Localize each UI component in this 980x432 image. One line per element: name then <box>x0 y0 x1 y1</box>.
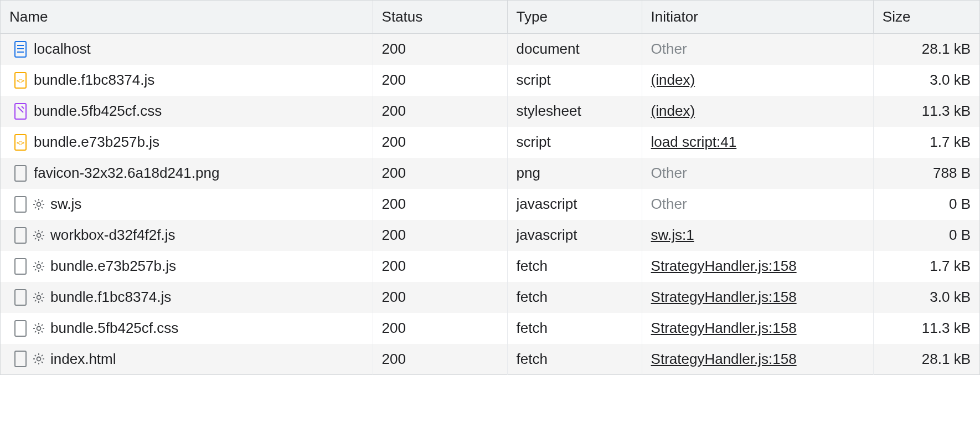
initiator-link[interactable]: StrategyHandler.js:158 <box>651 258 797 274</box>
document-file-icon <box>14 41 27 58</box>
blank-file-icon <box>14 196 27 213</box>
request-name: workbox-d32f4f2f.js <box>50 227 175 244</box>
network-request-table: Name Status Type Initiator Size localhos… <box>0 0 980 375</box>
cell-initiator[interactable]: StrategyHandler.js:158 <box>642 251 873 282</box>
request-name: index.html <box>50 351 116 368</box>
css-file-icon <box>14 103 27 120</box>
gear-icon <box>33 353 45 365</box>
initiator-link[interactable]: (index) <box>651 102 695 119</box>
cell-status: 200 <box>373 127 507 158</box>
cell-name[interactable]: bundle.5fb425cf.css <box>1 96 373 127</box>
table-row[interactable]: bundle.5fb425cf.css200fetchStrategyHandl… <box>1 313 980 344</box>
js-file-icon <box>14 134 27 151</box>
request-name: bundle.f1bc8374.js <box>34 71 154 89</box>
initiator-link[interactable]: StrategyHandler.js:158 <box>651 351 797 367</box>
js-file-icon <box>14 72 27 89</box>
request-name: sw.js <box>50 196 81 213</box>
cell-type: png <box>507 158 642 189</box>
cell-name[interactable]: bundle.5fb425cf.css <box>1 313 373 344</box>
cell-status: 200 <box>373 251 507 282</box>
blank-file-icon <box>14 165 27 182</box>
table-header-row: Name Status Type Initiator Size <box>1 1 980 34</box>
initiator-link[interactable]: sw.js:1 <box>651 227 694 243</box>
table-row[interactable]: localhost200documentOther28.1 kB <box>1 34 980 65</box>
column-header-status[interactable]: Status <box>373 1 507 34</box>
cell-initiator[interactable]: StrategyHandler.js:158 <box>642 313 873 344</box>
table-row[interactable]: bundle.f1bc8374.js200fetchStrategyHandle… <box>1 282 980 313</box>
cell-status: 200 <box>373 34 507 65</box>
column-header-name[interactable]: Name <box>1 1 373 34</box>
cell-status: 200 <box>373 313 507 344</box>
cell-status: 200 <box>373 282 507 313</box>
gear-icon <box>33 198 45 210</box>
cell-name[interactable]: workbox-d32f4f2f.js <box>1 220 373 251</box>
cell-type: document <box>507 34 642 65</box>
table-row[interactable]: bundle.e73b257b.js200scriptload script:4… <box>1 127 980 158</box>
initiator-link[interactable]: StrategyHandler.js:158 <box>651 320 797 336</box>
cell-type: script <box>507 127 642 158</box>
request-name: bundle.f1bc8374.js <box>50 289 171 306</box>
cell-initiator[interactable]: StrategyHandler.js:158 <box>642 344 873 375</box>
cell-type: stylesheet <box>507 96 642 127</box>
cell-size: 1.7 kB <box>873 127 979 158</box>
blank-file-icon <box>14 351 27 367</box>
initiator-text: Other <box>651 164 687 181</box>
request-name: bundle.e73b257b.js <box>50 258 176 275</box>
cell-name[interactable]: index.html <box>1 344 373 375</box>
cell-size: 28.1 kB <box>873 344 979 375</box>
cell-type: fetch <box>507 313 642 344</box>
initiator-link[interactable]: load script:41 <box>651 133 737 150</box>
cell-status: 200 <box>373 189 507 220</box>
cell-status: 200 <box>373 96 507 127</box>
cell-initiator[interactable]: (index) <box>642 65 873 96</box>
cell-size: 788 B <box>873 158 979 189</box>
cell-initiator[interactable]: load script:41 <box>642 127 873 158</box>
table-row[interactable]: favicon-32x32.6a18d241.png200pngOther788… <box>1 158 980 189</box>
cell-size: 0 B <box>873 220 979 251</box>
gear-icon <box>33 322 45 335</box>
table-row[interactable]: workbox-d32f4f2f.js200javascriptsw.js:10… <box>1 220 980 251</box>
cell-status: 200 <box>373 220 507 251</box>
blank-file-icon <box>14 289 27 306</box>
cell-status: 200 <box>373 344 507 375</box>
column-header-initiator[interactable]: Initiator <box>642 1 873 34</box>
table-row[interactable]: bundle.f1bc8374.js200script(index)3.0 kB <box>1 65 980 96</box>
request-name: bundle.5fb425cf.css <box>50 320 178 337</box>
request-name: bundle.5fb425cf.css <box>34 102 162 120</box>
cell-size: 1.7 kB <box>873 251 979 282</box>
blank-file-icon <box>14 320 27 337</box>
initiator-link[interactable]: StrategyHandler.js:158 <box>651 289 797 305</box>
cell-type: fetch <box>507 344 642 375</box>
request-name: favicon-32x32.6a18d241.png <box>34 164 219 182</box>
cell-type: fetch <box>507 282 642 313</box>
cell-name[interactable]: bundle.f1bc8374.js <box>1 65 373 96</box>
cell-name[interactable]: bundle.e73b257b.js <box>1 251 373 282</box>
gear-icon <box>33 260 45 272</box>
column-header-size[interactable]: Size <box>873 1 979 34</box>
column-header-type[interactable]: Type <box>507 1 642 34</box>
cell-name[interactable]: localhost <box>1 34 373 65</box>
cell-size: 28.1 kB <box>873 34 979 65</box>
cell-size: 3.0 kB <box>873 282 979 313</box>
gear-icon <box>33 229 45 241</box>
table-row[interactable]: bundle.5fb425cf.css200stylesheet(index)1… <box>1 96 980 127</box>
blank-file-icon <box>14 227 27 244</box>
cell-name[interactable]: bundle.f1bc8374.js <box>1 282 373 313</box>
cell-type: javascript <box>507 220 642 251</box>
cell-size: 3.0 kB <box>873 65 979 96</box>
table-row[interactable]: index.html200fetchStrategyHandler.js:158… <box>1 344 980 375</box>
cell-name[interactable]: favicon-32x32.6a18d241.png <box>1 158 373 189</box>
cell-initiator[interactable]: (index) <box>642 96 873 127</box>
cell-name[interactable]: bundle.e73b257b.js <box>1 127 373 158</box>
cell-name[interactable]: sw.js <box>1 189 373 220</box>
cell-type: fetch <box>507 251 642 282</box>
table-row[interactable]: sw.js200javascriptOther0 B <box>1 189 980 220</box>
table-row[interactable]: bundle.e73b257b.js200fetchStrategyHandle… <box>1 251 980 282</box>
cell-initiator[interactable]: sw.js:1 <box>642 220 873 251</box>
cell-initiator: Other <box>642 34 873 65</box>
initiator-link[interactable]: (index) <box>651 71 695 88</box>
cell-initiator: Other <box>642 158 873 189</box>
cell-initiator[interactable]: StrategyHandler.js:158 <box>642 282 873 313</box>
cell-type: script <box>507 65 642 96</box>
cell-type: javascript <box>507 189 642 220</box>
